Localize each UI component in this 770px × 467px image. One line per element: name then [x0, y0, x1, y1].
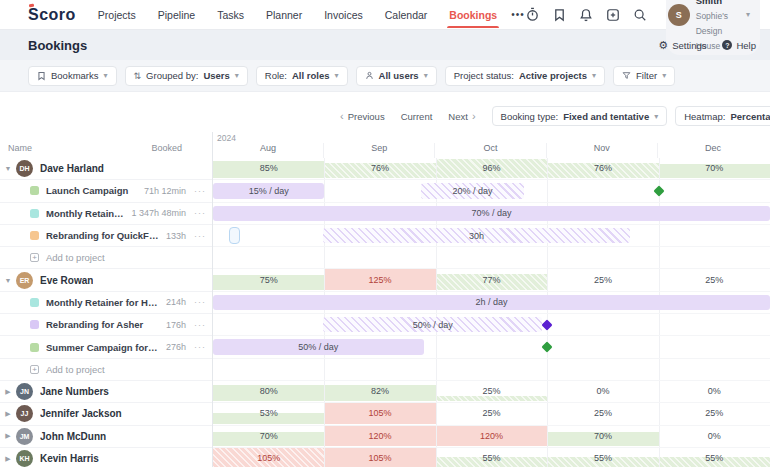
- user-row[interactable]: ▼EREve Rowan: [0, 269, 212, 291]
- search-icon[interactable]: [633, 7, 647, 22]
- nav-projects[interactable]: Projects: [98, 1, 136, 28]
- heatmap-cell[interactable]: 85%: [213, 158, 324, 178]
- booking-bar[interactable]: 15% / day: [213, 183, 324, 198]
- heatmap-cell[interactable]: 25%: [659, 269, 770, 289]
- next-button[interactable]: Next›: [448, 110, 475, 122]
- heatmap-cell[interactable]: 105%: [324, 448, 435, 467]
- project-status-dropdown[interactable]: Project status:Active projects ▾: [445, 66, 605, 86]
- heatmap-value: 105%: [324, 408, 435, 418]
- chevron-right-icon[interactable]: ▶: [0, 455, 16, 463]
- booking-bar[interactable]: 50% / day: [213, 339, 424, 354]
- add-to-project-button[interactable]: +Add to project: [0, 247, 212, 269]
- heatmap-cell[interactable]: 0%: [659, 426, 770, 446]
- row-actions-button[interactable]: ···: [194, 186, 206, 196]
- chevron-right-icon[interactable]: ▶: [0, 432, 16, 440]
- row-actions-button[interactable]: ···: [194, 320, 206, 330]
- heatmap-cell[interactable]: 55%: [436, 448, 547, 467]
- filter-dropdown[interactable]: Filter ▾: [613, 66, 675, 86]
- heatmap-cell[interactable]: 25%: [547, 269, 658, 289]
- heatmap-value: 25%: [436, 408, 547, 418]
- heatmap-cell[interactable]: 0%: [659, 381, 770, 401]
- nav-invoices[interactable]: Invoices: [324, 1, 363, 28]
- heatmap-cell[interactable]: 105%: [324, 403, 435, 423]
- month-gridline: [324, 381, 325, 402]
- user-row[interactable]: ▶JJJennifer Jackson: [0, 403, 212, 425]
- booking-bar[interactable]: 30h: [323, 228, 629, 243]
- chevron-right-icon[interactable]: ▶: [0, 410, 16, 418]
- heatmap-cell[interactable]: 105%: [213, 448, 324, 467]
- heatmap-value: 75%: [213, 275, 324, 285]
- heatmap-dropdown[interactable]: Heatmap:Percentage ▾: [675, 106, 770, 126]
- timer-icon[interactable]: [525, 7, 540, 22]
- heatmap-cell[interactable]: 82%: [324, 381, 435, 401]
- milestone-diamond[interactable]: [653, 185, 664, 196]
- chevron-down-icon[interactable]: ▼: [0, 165, 16, 172]
- notifications-icon[interactable]: [579, 7, 593, 22]
- project-row[interactable]: Monthly Retainer for Highlan...214h···: [0, 292, 212, 314]
- heatmap-cell[interactable]: 0%: [547, 381, 658, 401]
- bookmark-icon[interactable]: [553, 7, 566, 22]
- heatmap-cell[interactable]: 55%: [547, 448, 658, 467]
- heatmap-cell[interactable]: 80%: [213, 381, 324, 401]
- scoro-logo[interactable]: Scoro: [28, 6, 76, 24]
- user-row[interactable]: ▶JNJane Numbers: [0, 381, 212, 403]
- row-actions-button[interactable]: ···: [194, 231, 206, 241]
- booking-bar[interactable]: 20% / day: [421, 183, 525, 198]
- heatmap-cell[interactable]: 76%: [547, 158, 658, 178]
- heatmap-cell[interactable]: 70%: [213, 426, 324, 446]
- chevron-down-icon[interactable]: ▼: [0, 277, 16, 284]
- new-booking-placeholder[interactable]: [229, 227, 240, 244]
- booking-bar[interactable]: 50% / day: [323, 317, 542, 332]
- user-row[interactable]: ▶KHKevin Harris: [0, 448, 212, 467]
- heatmap-cell[interactable]: 125%: [324, 269, 435, 289]
- help-button[interactable]: ? Help: [722, 40, 756, 51]
- nav-planner[interactable]: Planner: [266, 1, 302, 28]
- quick-add-icon[interactable]: [606, 7, 620, 22]
- row-actions-button[interactable]: ···: [194, 297, 206, 307]
- project-row[interactable]: Summer Campaign for Easy...276h···: [0, 336, 212, 358]
- heatmap-value: 77%: [436, 275, 547, 285]
- grouped-by-dropdown[interactable]: ⇅ Grouped by:Users ▾: [125, 66, 248, 86]
- current-button[interactable]: Current: [401, 111, 433, 122]
- row-actions-button[interactable]: ···: [194, 208, 206, 218]
- users-dropdown[interactable]: All users ▾: [356, 66, 437, 86]
- heatmap-cell[interactable]: 75%: [213, 269, 324, 289]
- heatmap-cell[interactable]: 96%: [436, 158, 547, 178]
- project-row[interactable]: Rebranding for Asher176h···: [0, 314, 212, 336]
- nav-bookings[interactable]: Bookings: [449, 1, 497, 28]
- heatmap-cell[interactable]: 55%: [659, 448, 770, 467]
- nav-calendar[interactable]: Calendar: [385, 1, 428, 28]
- project-row[interactable]: Monthly Retainer for Highlan...1 347h 48…: [0, 203, 212, 225]
- add-to-project-button[interactable]: +Add to project: [0, 359, 212, 381]
- project-row[interactable]: Rebranding for QuickFox133h···: [0, 225, 212, 247]
- settings-button[interactable]: ⚙ Settings: [658, 39, 706, 52]
- project-row[interactable]: Launch Campaign71h 12min···: [0, 180, 212, 202]
- booking-type-dropdown[interactable]: Booking type:Fixed and tentative ▾: [492, 106, 668, 126]
- bookmarks-dropdown[interactable]: Bookmarks▾: [28, 66, 117, 86]
- user-row[interactable]: ▼DHDave Harland: [0, 158, 212, 180]
- heatmap-cell[interactable]: 25%: [547, 403, 658, 423]
- role-dropdown[interactable]: Role:All roles ▾: [256, 66, 348, 86]
- heatmap-cell[interactable]: 25%: [436, 381, 547, 401]
- heatmap-cell[interactable]: 120%: [436, 426, 547, 446]
- previous-button[interactable]: ‹Previous: [340, 110, 385, 122]
- heatmap-cell[interactable]: 120%: [324, 426, 435, 446]
- chevron-right-icon[interactable]: ▶: [0, 388, 16, 396]
- nav-tasks[interactable]: Tasks: [217, 1, 244, 28]
- heatmap-cell[interactable]: 53%: [213, 403, 324, 423]
- milestone-diamond[interactable]: [542, 319, 553, 330]
- heatmap-cell[interactable]: 77%: [436, 269, 547, 289]
- month-gridline: [324, 426, 325, 447]
- row-actions-button[interactable]: ···: [194, 342, 206, 352]
- milestone-diamond[interactable]: [542, 341, 553, 352]
- user-row[interactable]: ▶JMJohn McDunn: [0, 426, 212, 448]
- nav-more-button[interactable]: •••: [511, 9, 525, 20]
- heatmap-cell[interactable]: 25%: [659, 403, 770, 423]
- booking-bar[interactable]: 2h / day: [213, 295, 770, 310]
- heatmap-cell[interactable]: 76%: [324, 158, 435, 178]
- booking-bar[interactable]: 70% / day: [213, 206, 770, 221]
- heatmap-cell[interactable]: 70%: [659, 158, 770, 178]
- heatmap-cell[interactable]: 70%: [547, 426, 658, 446]
- heatmap-cell[interactable]: 25%: [436, 403, 547, 423]
- nav-pipeline[interactable]: Pipeline: [158, 1, 195, 28]
